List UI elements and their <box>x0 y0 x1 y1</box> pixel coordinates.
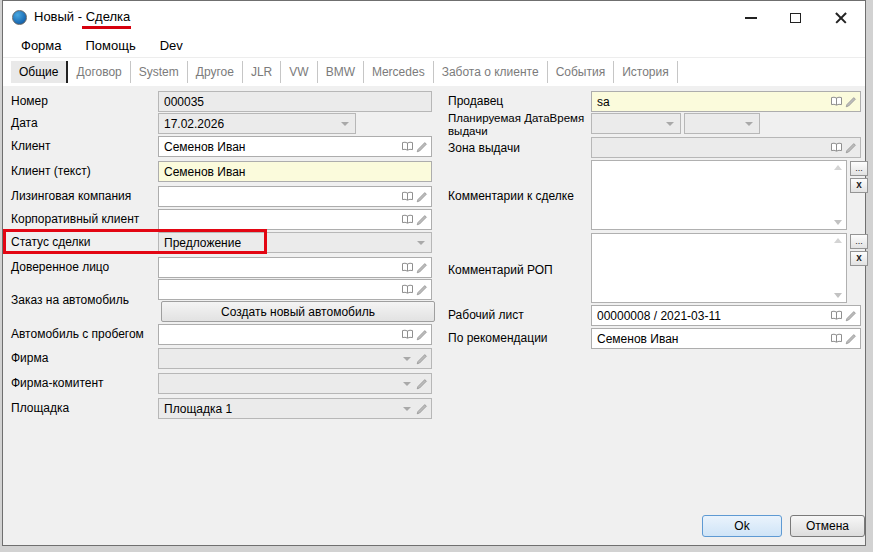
field-label: Заказ на автомобиль <box>11 293 129 307</box>
pencil-icon[interactable] <box>416 353 428 365</box>
book-icon[interactable] <box>830 142 843 153</box>
book-icon[interactable] <box>401 284 414 295</box>
cancel-button[interactable]: Отмена <box>790 515 865 537</box>
book-icon[interactable] <box>401 214 414 225</box>
pencil-icon[interactable] <box>845 142 857 154</box>
tab-vw[interactable]: VW <box>281 61 317 83</box>
leasing-company-input[interactable] <box>162 190 399 204</box>
field-label: Зона выдачи <box>448 141 520 155</box>
book-icon[interactable] <box>401 191 414 202</box>
title-red-underline-annotation <box>82 26 131 29</box>
field-label: Комментарии к сделке <box>448 189 574 203</box>
corporate-client-input[interactable] <box>162 213 399 227</box>
ellipsis-button[interactable]: ... <box>850 234 868 249</box>
site-input <box>162 402 400 416</box>
delivery-zone-field <box>591 137 861 158</box>
book-icon[interactable] <box>830 96 843 107</box>
tab-drugoe[interactable]: Другое <box>188 61 243 83</box>
dropdown-arrow-icon <box>666 122 674 126</box>
leasing-company-field[interactable] <box>158 186 432 207</box>
field-label: Рабочий лист <box>448 308 524 322</box>
client-field[interactable] <box>158 136 432 157</box>
firm-committent-input <box>162 377 400 391</box>
menu-item-pomosch[interactable]: Помощь <box>86 38 136 53</box>
pencil-icon[interactable] <box>416 191 428 203</box>
worksheet-field[interactable] <box>591 305 861 326</box>
recommendation-field[interactable] <box>591 328 861 349</box>
menu-bar: Форма Помощь Dev <box>3 34 865 58</box>
client-text-input[interactable] <box>162 165 428 179</box>
ok-button[interactable]: Ok <box>702 515 782 537</box>
dropdown-arrow-icon <box>745 122 753 126</box>
tab-mercedes[interactable]: Mercedes <box>364 61 434 83</box>
pencil-icon[interactable] <box>416 262 428 274</box>
tab-bmw[interactable]: BMW <box>318 61 364 83</box>
tab-istoriya[interactable]: История <box>614 61 678 83</box>
trustee-field[interactable] <box>158 257 432 278</box>
pencil-icon[interactable] <box>416 378 428 390</box>
date-input[interactable] <box>162 117 338 131</box>
car-order-field[interactable] <box>158 279 432 300</box>
book-icon[interactable] <box>401 329 414 340</box>
book-icon[interactable] <box>830 333 843 344</box>
pencil-icon[interactable] <box>845 333 857 345</box>
used-car-input[interactable] <box>162 328 399 342</box>
field-label: Продавец <box>448 94 503 108</box>
field-label: Фирма-комитент <box>11 376 104 390</box>
deal-comments-textarea[interactable] <box>591 160 847 230</box>
menu-item-forma[interactable]: Форма <box>21 38 62 53</box>
clear-button[interactable]: x <box>850 178 868 193</box>
field-label: Планируемая ДатаВремя выдачи <box>448 112 586 137</box>
pencil-icon[interactable] <box>416 214 428 226</box>
tab-jlr[interactable]: JLR <box>243 61 281 83</box>
deal-status-input <box>162 236 414 250</box>
field-label: Лизинговая компания <box>11 189 131 203</box>
pencil-icon[interactable] <box>416 403 428 415</box>
tab-sobytiya[interactable]: События <box>548 61 615 83</box>
car-order-input[interactable] <box>162 283 399 297</box>
scroll-up-icon <box>834 238 842 243</box>
pencil-icon[interactable] <box>416 329 428 341</box>
dropdown-arrow-icon <box>403 407 411 411</box>
pencil-icon[interactable] <box>845 310 857 322</box>
seller-input[interactable] <box>595 95 828 109</box>
dropdown-arrow-icon <box>417 241 425 245</box>
pencil-icon[interactable] <box>845 96 857 108</box>
firm-committent-field <box>158 373 432 394</box>
trustee-input[interactable] <box>162 261 399 275</box>
ellipsis-button[interactable]: ... <box>850 161 868 176</box>
used-car-field[interactable] <box>158 324 432 345</box>
recommendation-input[interactable] <box>595 332 828 346</box>
tab-strip: Общие Договор System Другое JLR VW BMW M… <box>3 58 865 86</box>
tab-system[interactable]: System <box>131 61 188 83</box>
dropdown-arrow-icon <box>403 382 411 386</box>
scroll-down-icon <box>834 293 842 298</box>
pencil-icon[interactable] <box>416 284 428 296</box>
firm-field <box>158 348 432 369</box>
tab-dogovor[interactable]: Договор <box>68 61 130 83</box>
clear-button[interactable]: x <box>850 251 868 266</box>
client-text-field[interactable] <box>158 161 432 182</box>
client-input[interactable] <box>162 140 399 154</box>
field-label: Корпоративный клиент <box>11 212 139 226</box>
field-label: Площадка <box>11 401 69 415</box>
tab-zabota[interactable]: Забота о клиенте <box>434 61 548 83</box>
menu-item-dev[interactable]: Dev <box>160 38 183 53</box>
seller-field[interactable] <box>591 91 861 112</box>
site-field <box>158 398 432 419</box>
corporate-client-field[interactable] <box>158 209 432 230</box>
maximize-button[interactable] <box>773 1 818 34</box>
close-button[interactable] <box>818 1 863 34</box>
pencil-icon[interactable] <box>416 141 428 153</box>
tab-obschie[interactable]: Общие <box>11 61 68 83</box>
book-icon[interactable] <box>401 141 414 152</box>
dropdown-arrow-icon[interactable] <box>341 122 349 126</box>
create-new-car-button[interactable]: Создать новый автомобиль <box>161 301 435 322</box>
app-icon <box>12 10 27 25</box>
book-icon[interactable] <box>830 310 843 321</box>
worksheet-input[interactable] <box>595 309 828 323</box>
book-icon[interactable] <box>401 262 414 273</box>
minimize-button[interactable] <box>728 1 773 34</box>
date-field[interactable] <box>158 113 356 134</box>
rop-comment-textarea[interactable] <box>591 233 847 303</box>
